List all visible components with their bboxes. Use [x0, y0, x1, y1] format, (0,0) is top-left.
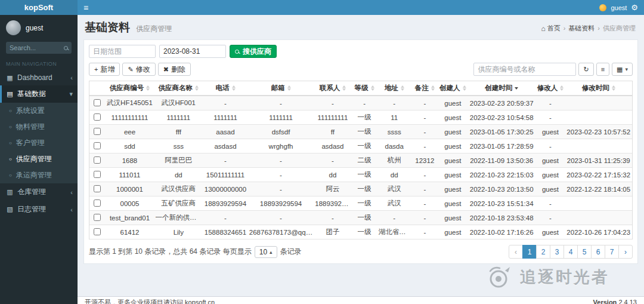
pagination-page-5[interactable]: 5	[577, 245, 592, 259]
sidebar-subitem-supplier[interactable]: ○ 供应商管理	[0, 151, 78, 167]
search-icon[interactable]	[64, 46, 68, 50]
column-header-11[interactable]: 修改人	[535, 81, 565, 96]
column-header-5[interactable]: 联系人	[314, 81, 351, 96]
sidebar-search-box[interactable]	[6, 42, 72, 54]
column-header-12[interactable]: 修改时间	[565, 81, 632, 96]
row-select-cell[interactable]	[89, 110, 106, 125]
log-icon: ▧	[6, 205, 14, 213]
columns-icon: ▦	[617, 66, 623, 73]
refresh-button[interactable]: ↻	[578, 63, 593, 76]
row-select-cell[interactable]	[89, 182, 106, 196]
columns-button[interactable]: ▦ ▾	[612, 63, 633, 76]
table-cell: -	[203, 96, 248, 110]
sort-caret-icon[interactable]	[401, 85, 404, 91]
table-cell: 二级	[352, 153, 377, 168]
pagination-next[interactable]: ›	[618, 245, 633, 259]
column-header-4[interactable]: 邮箱	[248, 81, 314, 96]
column-header-3[interactable]: 电话	[203, 81, 248, 96]
breadcrumb-basic-data[interactable]: 基础资料	[561, 24, 595, 33]
row-checkbox[interactable]	[94, 142, 101, 149]
sort-caret-icon[interactable]	[371, 85, 374, 91]
sort-caret-icon[interactable]	[146, 85, 150, 91]
row-select-cell[interactable]	[89, 225, 106, 239]
row-checkbox[interactable]	[94, 99, 101, 106]
table-cell: dasda	[377, 139, 411, 153]
edit-button[interactable]: ✎ 修改	[122, 63, 155, 76]
sort-caret-icon[interactable]	[195, 85, 199, 91]
table-cell: guest	[535, 153, 565, 168]
table-row[interactable]: eeefffaasaddsfsdfff一级ssss-guest2023-01-0…	[89, 125, 632, 139]
delete-button[interactable]: ✖ 删除	[158, 63, 191, 76]
sidebar-search-input[interactable]	[10, 44, 61, 51]
toggle-view-button[interactable]: ≡	[596, 63, 609, 76]
sort-caret-icon[interactable]	[287, 85, 291, 91]
table-row[interactable]: test_brand01一个新的供应商---一级--guest2022-10-1…	[89, 211, 632, 225]
pagination-page-1[interactable]: 1	[522, 245, 537, 259]
add-button[interactable]: + 新增	[89, 63, 120, 76]
column-header-10[interactable]: 创建时间	[467, 81, 536, 96]
date-range-start-input[interactable]	[89, 45, 156, 58]
table-row[interactable]: 1000001武汉供应商13000000000-阿云一级武汉-guest2022…	[89, 182, 632, 196]
breadcrumb-home[interactable]: 首页	[547, 24, 561, 33]
row-checkbox[interactable]	[94, 113, 101, 121]
table-row[interactable]: 武汉HF145051武汉HF001------guest2023-02-23 2…	[89, 96, 632, 110]
column-header-2[interactable]: 供应商名称	[154, 81, 203, 96]
table-row[interactable]: 111011dd15011111111-dd一级dd-guest2022-10-…	[89, 168, 632, 182]
column-header-6[interactable]: 等级	[352, 81, 377, 96]
page-size-dropdown[interactable]: 10 ▴	[255, 246, 277, 258]
settings-gear-icon[interactable]: ⚙	[631, 4, 638, 11]
row-select-cell[interactable]	[89, 139, 106, 153]
row-select-cell[interactable]	[89, 125, 106, 139]
sidebar-toggle-icon[interactable]: ≡	[83, 4, 88, 12]
table-search-input[interactable]	[473, 63, 576, 76]
search-supplier-button[interactable]: 搜供应商	[230, 45, 277, 58]
table-row[interactable]: 1111111111111111111111111111111111111111…	[89, 110, 632, 125]
row-checkbox[interactable]	[94, 128, 101, 135]
sidebar-item-logs[interactable]: ▧ 日志管理 ‹	[0, 201, 78, 218]
column-header-9[interactable]: 创建人	[438, 81, 467, 96]
sidebar-subitem-customer[interactable]: ○ 客户管理	[0, 135, 78, 151]
row-checkbox[interactable]	[94, 171, 101, 178]
sidebar-item-basic-data[interactable]: ▤ 基础数据 ▾	[0, 85, 78, 103]
table-row[interactable]: 61412Lily1588832465126876378173@qq.com团子…	[89, 225, 632, 239]
sidebar-subitem-system-settings[interactable]: ○ 系统设置	[0, 103, 78, 119]
user-avatar-icon[interactable]	[599, 4, 606, 11]
row-checkbox[interactable]	[94, 185, 101, 192]
row-checkbox[interactable]	[94, 199, 101, 207]
sort-caret-icon[interactable]	[431, 85, 435, 91]
row-checkbox[interactable]	[94, 228, 101, 235]
row-select-cell[interactable]	[89, 168, 106, 182]
row-checkbox[interactable]	[94, 214, 101, 221]
row-checkbox[interactable]	[94, 156, 101, 164]
date-range-end-input[interactable]	[159, 45, 226, 58]
table-row[interactable]: 00005五矿供应商188939295941889392959418893929…	[89, 196, 632, 211]
sort-caret-icon[interactable]	[232, 85, 236, 91]
app-logo[interactable]: kopSoft	[0, 0, 78, 15]
pagination-page-2[interactable]: 2	[536, 245, 550, 259]
row-select-cell[interactable]	[89, 153, 106, 168]
column-header-8[interactable]: 备注	[411, 81, 438, 96]
row-select-cell[interactable]	[89, 196, 106, 211]
pagination-page-3[interactable]: 3	[550, 245, 564, 259]
sidebar-subitem-carrier[interactable]: ○ 承运商管理	[0, 167, 78, 183]
topbar-username[interactable]: guest	[611, 4, 627, 11]
sidebar-subitem-material[interactable]: ○ 物料管理	[0, 119, 78, 135]
column-header-1[interactable]: 供应商编号	[106, 81, 154, 96]
sidebar-item-warehouse[interactable]: ▥ 仓库管理 ‹	[0, 183, 78, 201]
sort-caret-icon[interactable]	[515, 87, 518, 90]
sidebar-item-dashboard[interactable]: ▦ Dashboard ‹	[0, 70, 78, 85]
pagination-page-4[interactable]: 4	[564, 245, 578, 259]
sort-caret-icon[interactable]	[463, 85, 466, 91]
table-cell: 26876378173@qq.com	[248, 225, 314, 239]
pagination-page-7[interactable]: 7	[605, 245, 619, 259]
row-select-cell[interactable]	[89, 211, 106, 225]
column-header-7[interactable]: 地址	[377, 81, 411, 96]
sort-caret-icon[interactable]	[612, 85, 615, 91]
sort-caret-icon[interactable]	[560, 85, 564, 91]
table-header-row: 供应商编号供应商名称电话邮箱联系人等级地址备注创建人创建时间修改人修改时间	[89, 81, 632, 96]
table-row[interactable]: 1688阿里巴巴---二级杭州12312guest2022-11-09 13:5…	[89, 153, 632, 168]
table-row[interactable]: sddsssasdasdwrghgfhasdasd一级dasda-guest20…	[89, 139, 632, 153]
sort-caret-icon[interactable]	[342, 85, 346, 91]
pagination-page-6[interactable]: 6	[591, 245, 605, 259]
row-select-cell[interactable]	[89, 96, 106, 110]
